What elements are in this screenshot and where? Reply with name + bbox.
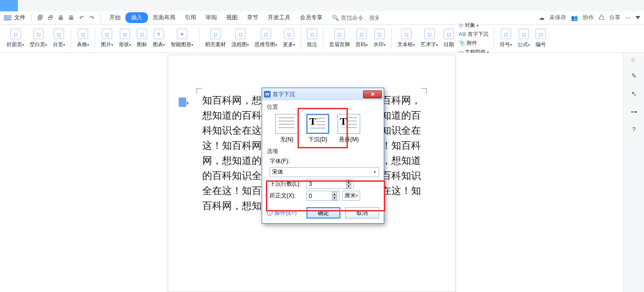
dropcap-dialog: W 首字下沉 ✕ 位置 无(N)T下沉(D)T悬挂(M) 选项 字体(F): 宋…	[262, 88, 384, 224]
dropcap-option-none[interactable]: 无(N)	[275, 114, 298, 144]
dialog-titlebar[interactable]: W 首字下沉 ✕	[262, 88, 384, 100]
unsaved-label[interactable]: 未保存	[549, 14, 566, 22]
ribbon-item[interactable]: ◻日期	[441, 24, 457, 52]
ribbon-item[interactable]: ◻文本框▾	[395, 24, 418, 52]
ribbon-icon: ◻	[102, 29, 112, 39]
ribbon-item[interactable]: ⫪图表▾	[150, 24, 168, 52]
unit-value: 厘米	[345, 192, 356, 200]
help-icon[interactable]: ?	[629, 125, 639, 134]
ribbon-item[interactable]: ◻空白页▾	[27, 24, 50, 52]
cancel-button[interactable]: 取消	[345, 207, 379, 219]
ribbon-tab-6[interactable]: 章节	[242, 13, 263, 23]
ribbon-icon: ◎	[459, 22, 463, 28]
ribbon-tab-0[interactable]: 开始	[105, 13, 125, 23]
ribbon-item[interactable]: ◻形状▾	[116, 24, 134, 52]
ribbon-tab-8[interactable]: 会员专享	[295, 13, 327, 23]
separator	[71, 28, 71, 49]
ribbon-tab-1[interactable]: 插入	[125, 12, 148, 23]
close-button[interactable]: ✕	[363, 90, 382, 98]
ribbon-icon: ◻	[356, 29, 367, 39]
ribbon-item[interactable]: ◻表格▾	[74, 24, 92, 52]
chevron-down-icon: ▼	[373, 170, 377, 174]
ribbon-item[interactable]: ◻公式▾	[515, 24, 533, 52]
ribbon-item[interactable]: ◻批注	[304, 24, 320, 52]
ribbon-tab-3[interactable]: 引用	[180, 13, 201, 23]
share-label[interactable]: 分享	[609, 14, 620, 22]
distance-spinner[interactable]: 0 ▲▼	[306, 191, 339, 201]
print-preview-icon[interactable]: 🖶	[66, 13, 76, 23]
ribbon-tab-4[interactable]: 审阅	[201, 13, 222, 23]
print-icon[interactable]: 🖶	[56, 13, 66, 23]
ribbon-item[interactable]: ◻符号▾	[497, 24, 515, 52]
spinner-buttons[interactable]: ▲▼	[346, 180, 351, 188]
ribbon-tabs: 开始插入页面布局引用审阅视图章节开发工具会员专享	[105, 12, 327, 23]
save-icon[interactable]: 🗐	[35, 13, 45, 23]
coop-label[interactable]: 协作	[583, 14, 594, 22]
separator	[95, 28, 95, 49]
share-icon: 凸	[599, 14, 604, 22]
redo-icon[interactable]: ↷	[87, 13, 97, 23]
ribbon-icon: ◻	[424, 29, 435, 39]
menu-icon[interactable]	[4, 16, 11, 20]
ribbon-icon: ◻	[444, 29, 454, 39]
ribbon-item[interactable]: ◻页码▾	[353, 24, 371, 52]
undo-icon[interactable]: ↶	[77, 13, 86, 23]
ribbon-icon: ◻	[307, 29, 317, 39]
search-input[interactable]	[341, 15, 379, 21]
info-icon: i	[267, 210, 272, 216]
ribbon-item[interactable]: ◻流程图▾	[229, 24, 252, 52]
ribbon-icon: ◻	[137, 29, 147, 39]
lines-label: 下沉行数(L):	[270, 180, 304, 188]
settings-icon[interactable]: ⊶	[629, 107, 639, 116]
dropcap-option-dropped[interactable]: T下沉(D)	[306, 114, 329, 144]
ribbon-icon: ◻	[10, 29, 21, 39]
distance-value: 0	[309, 193, 312, 199]
paragraph-options-icon[interactable]	[179, 97, 186, 107]
command-search[interactable]: 🔍	[332, 15, 379, 21]
unsaved-icon: ☁	[539, 15, 545, 21]
ribbon-tab-5[interactable]: 视图	[222, 13, 242, 23]
dialog-title: 首字下沉	[272, 90, 295, 98]
ribbon-item[interactable]: ◻页眉页脚	[326, 24, 353, 52]
separator	[199, 28, 199, 49]
ribbon-item[interactable]: ◎对象 ▾	[459, 22, 489, 29]
ribbon-insert: ◻封面页▾◻空白页▾◻分页▾◻表格▾◻图片▾◻形状▾◻图标⫪图表▾✦智能图形▾◻…	[0, 24, 644, 53]
ribbon-tab-2[interactable]: 页面布局	[148, 13, 180, 23]
ribbon-item[interactable]: ✦智能图形▾	[168, 24, 196, 52]
tips-label: 操作技巧	[274, 209, 297, 217]
ribbon-item[interactable]: ◻水印▾	[371, 24, 388, 52]
font-select[interactable]: 宋体 ▼	[270, 167, 379, 177]
select-icon[interactable]: ↖	[629, 89, 639, 98]
lines-spinner[interactable]: 3 ▲▼	[306, 179, 354, 189]
lines-value: 3	[309, 181, 312, 187]
spinner-buttons[interactable]: ▲▼	[332, 192, 337, 200]
option-label: 无(N)	[280, 136, 294, 144]
ribbon-item[interactable]: ◻思维导图▾	[252, 24, 280, 52]
ok-button[interactable]: 确定	[306, 207, 340, 219]
ribbon-item[interactable]: ◻分页▾	[50, 24, 68, 52]
ribbon-tab-7[interactable]: 开发工具	[263, 13, 295, 23]
ribbon-item[interactable]: ◻编号	[533, 24, 549, 52]
ribbon-item[interactable]: A≣首字下沉	[459, 31, 489, 38]
pencil-icon[interactable]: ✎	[629, 71, 639, 81]
file-menu[interactable]: 文件	[14, 14, 25, 22]
ribbon-item[interactable]: ◻稻壳素材	[202, 24, 229, 52]
more-label[interactable]: ⋯	[625, 15, 631, 21]
margin-corner	[197, 88, 202, 94]
tips-link[interactable]: i 操作技巧	[267, 209, 297, 217]
dropdown-icon[interactable]	[636, 16, 640, 19]
ribbon-icon: ✦	[177, 29, 187, 39]
search-icon: 🔍	[332, 15, 339, 21]
unit-select[interactable]: 厘米▾	[342, 191, 360, 201]
doc-tab-active[interactable]	[0, 0, 18, 11]
ribbon-item[interactable]: ◻封面页▾	[4, 24, 27, 52]
save-as-icon[interactable]: 🗗	[46, 13, 55, 23]
ribbon-item[interactable]: ◻更多▾	[280, 24, 298, 52]
ribbon-item[interactable]: ◻艺术字▾	[418, 24, 441, 52]
collapse-icon[interactable]: ⟨⟨	[631, 57, 637, 63]
ribbon-icon: ◻	[54, 29, 64, 39]
ribbon-item[interactable]: ◻图标	[134, 24, 150, 52]
ribbon-item[interactable]: 📎附件	[459, 40, 489, 47]
dropcap-option-hanging[interactable]: T悬挂(M)	[338, 114, 360, 144]
ribbon-item[interactable]: ◻图片▾	[98, 24, 116, 52]
